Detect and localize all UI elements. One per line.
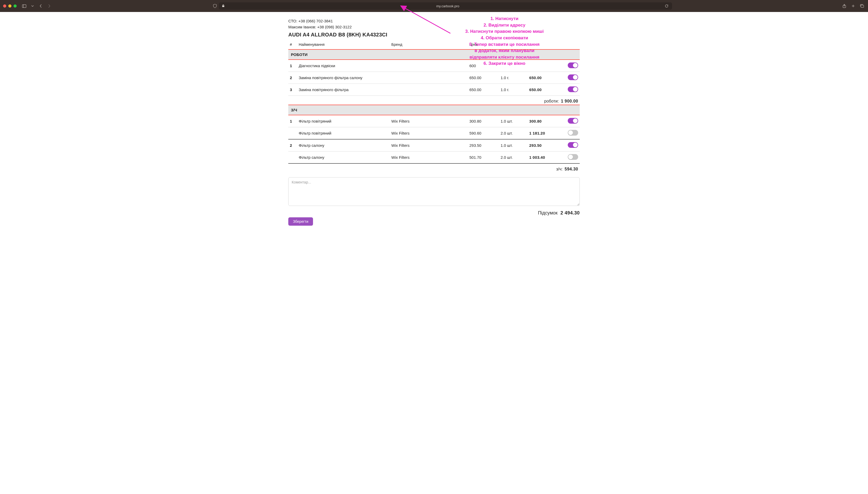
col-header-price: Ціна [468,40,499,50]
table-row: 2Заміна повітряного фільтра салону650.00… [288,72,580,84]
section-subtotal: з/ч:594.30 [288,164,580,173]
browser-toolbar: my.carbook.pro [0,0,868,12]
tabs-icon[interactable] [859,3,865,9]
grand-total-label: Підсумок [538,210,558,215]
svg-rect-0 [22,4,26,7]
col-header-qty [499,40,528,50]
col-header-toggle [561,40,580,50]
table-row: 3Заміна повітряного фільтра650.001.0 г.6… [288,84,580,96]
chevron-down-icon[interactable] [29,3,35,9]
toggle[interactable] [568,62,578,68]
comment-input[interactable] [288,177,580,206]
maximize-window-button[interactable] [14,4,17,7]
minimize-window-button[interactable] [8,4,12,7]
url-text: my.carbook.pro [226,4,669,8]
save-button[interactable]: Зберегти [288,217,313,226]
toggle[interactable] [568,154,578,160]
section-header: З/Ч [288,105,580,115]
table-row: 2Фільтр салонуWix Filters293.501.0 шт.29… [288,139,580,151]
col-header-name: Найменування [297,40,390,50]
toggle[interactable] [568,142,578,148]
toggle[interactable] [568,74,578,80]
section-subtotal: роботи:1 900.00 [288,96,580,105]
vehicle-title: AUDI A4 ALLROAD B8 (8KH) KA4323CI [288,32,580,38]
table-row: Фільтр повітрянийWix Filters590.602.0 шт… [288,127,580,139]
sto-phone: СТО: +38 (066) 702-3841 [288,19,580,23]
close-window-button[interactable] [3,4,6,7]
lock-icon [222,4,224,8]
quote-table: # Найменування Бренд Ціна РОБОТИ1Діагнос… [288,40,580,173]
new-tab-icon[interactable] [850,3,856,9]
window-controls [3,4,17,7]
forward-button[interactable] [46,3,52,9]
col-header-brand: Бренд [390,40,468,50]
col-header-idx: # [288,40,297,50]
sidebar-icon[interactable] [21,3,27,9]
toggle[interactable] [568,118,578,124]
grand-total-value: 2 494.30 [560,210,580,215]
privacy-shield-icon[interactable] [212,3,218,9]
table-row: 1Діагностика підвіски600 [288,60,580,72]
address-bar[interactable]: my.carbook.pro [219,2,672,10]
svg-rect-2 [222,5,224,7]
contact-phone: Максим Іванов: +38 (098) 302-3122 [288,25,580,29]
share-icon[interactable] [842,3,847,9]
svg-rect-4 [861,5,864,7]
section-header: РОБОТИ [288,50,580,60]
table-row: 1Фільтр повітрянийWix Filters300.801.0 ш… [288,115,580,127]
back-button[interactable] [38,3,44,9]
reload-icon[interactable] [664,3,669,9]
quote-page: СТО: +38 (066) 702-3841 Максим Іванов: +… [286,19,582,226]
toggle[interactable] [568,130,578,136]
grand-total: Підсумок 2 494.30 [288,210,580,216]
table-row: Фільтр салонуWix Filters501.702.0 шт.1 0… [288,151,580,164]
col-header-sum [528,40,561,50]
toggle[interactable] [568,87,578,92]
